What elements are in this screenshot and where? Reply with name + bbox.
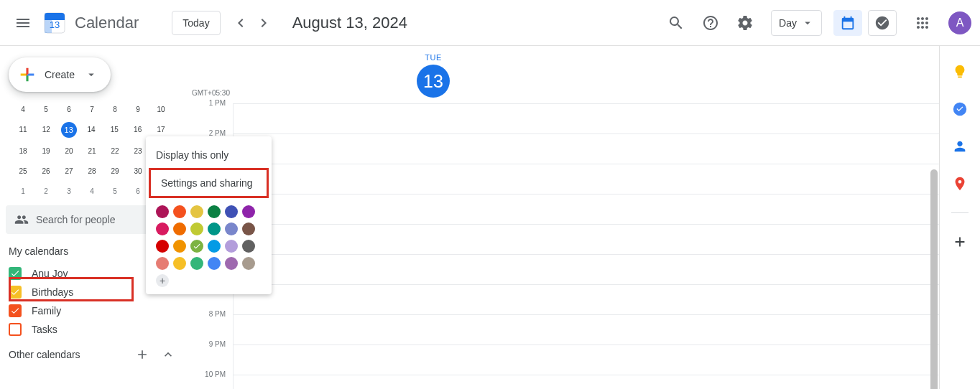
color-swatch[interactable]: [190, 240, 203, 253]
mini-cal-day[interactable]: 11: [14, 122, 32, 136]
scrollbar[interactable]: [929, 103, 939, 389]
mini-cal-day[interactable]: 6: [60, 102, 78, 116]
mini-cal-day[interactable]: 15: [106, 122, 123, 136]
mini-cal-day[interactable]: 5: [106, 184, 124, 198]
maps-button[interactable]: [951, 175, 969, 192]
mini-cal-day[interactable]: 2: [37, 184, 55, 198]
mini-cal-day[interactable]: 16: [129, 122, 147, 136]
google-apps-button[interactable]: [908, 9, 937, 37]
create-button[interactable]: Create: [9, 57, 111, 92]
mini-cal-day[interactable]: 4: [14, 102, 32, 116]
hour-row[interactable]: 1 PM: [233, 103, 939, 133]
view-selector[interactable]: Day: [771, 10, 822, 36]
mini-cal-day[interactable]: 1: [14, 184, 32, 198]
hour-row[interactable]: 10 PM: [233, 375, 939, 389]
hour-grid[interactable]: 1 PM2 PM3 PM4 PM5 PM6 PM7 PM8 PM9 PM10 P…: [233, 103, 939, 389]
hour-row[interactable]: 2 PM: [233, 133, 939, 164]
tasks-view-button[interactable]: [868, 10, 897, 36]
color-swatch[interactable]: [173, 222, 186, 235]
mini-cal-day[interactable]: 23: [129, 144, 147, 158]
hour-row[interactable]: 9 PM: [233, 345, 939, 375]
mini-cal-day[interactable]: 4: [83, 184, 101, 198]
calendar-checkbox[interactable]: [9, 286, 22, 299]
search-button[interactable]: [662, 9, 690, 37]
next-period-button[interactable]: [252, 11, 275, 34]
color-swatch[interactable]: [190, 222, 203, 235]
color-swatch[interactable]: [208, 222, 221, 235]
hour-row[interactable]: 4 PM: [233, 194, 939, 224]
main-menu-button[interactable]: [6, 6, 40, 40]
mini-cal-day[interactable]: 22: [106, 144, 124, 158]
hour-row[interactable]: 8 PM: [233, 314, 939, 345]
color-swatch[interactable]: [208, 257, 221, 270]
calendar-checkbox[interactable]: [9, 304, 22, 317]
color-swatch[interactable]: [156, 257, 169, 270]
calendar-list-item[interactable]: Tasks: [6, 320, 178, 339]
mini-cal-day[interactable]: 27: [60, 164, 78, 178]
color-swatch[interactable]: [225, 222, 238, 235]
color-swatch[interactable]: [208, 205, 221, 218]
contacts-button[interactable]: [951, 138, 969, 155]
mini-cal-day[interactable]: 28: [83, 164, 101, 178]
mini-cal-day[interactable]: 3: [60, 184, 78, 198]
account-avatar[interactable]: A: [948, 11, 971, 34]
mini-cal-day[interactable]: 12: [37, 122, 55, 136]
hour-row[interactable]: 6 PM: [233, 254, 939, 284]
color-swatch[interactable]: [190, 205, 203, 218]
calendar-list-item[interactable]: Family: [6, 301, 178, 320]
mini-cal-day[interactable]: 21: [83, 144, 101, 158]
collapse-other-calendars-button[interactable]: [161, 347, 175, 362]
mini-cal-day[interactable]: 14: [83, 122, 100, 136]
add-custom-color-button[interactable]: +: [156, 274, 169, 287]
color-swatch[interactable]: [225, 257, 238, 270]
mini-cal-day[interactable]: 18: [14, 144, 32, 158]
color-swatch[interactable]: [242, 222, 255, 235]
scrollbar-thumb[interactable]: [930, 169, 938, 389]
color-swatch[interactable]: [190, 257, 203, 270]
settings-button[interactable]: [731, 9, 759, 37]
color-swatch[interactable]: [173, 257, 186, 270]
mini-cal-day[interactable]: 10: [152, 102, 170, 116]
add-calendar-button[interactable]: [135, 347, 149, 362]
mini-cal-day[interactable]: 9: [129, 102, 147, 116]
mini-cal-day[interactable]: 26: [37, 164, 55, 178]
display-only-option[interactable]: Display this only: [146, 142, 272, 168]
color-swatch[interactable]: [242, 257, 255, 270]
color-swatch[interactable]: [242, 205, 255, 218]
calendar-checkbox[interactable]: [9, 323, 22, 336]
mini-cal-day[interactable]: 20: [60, 144, 78, 158]
calendar-view-button[interactable]: [833, 10, 862, 36]
mini-cal-day[interactable]: 7: [83, 102, 101, 116]
prev-period-button[interactable]: [229, 11, 252, 34]
mini-cal-day[interactable]: 30: [129, 164, 147, 178]
mini-cal-day[interactable]: 25: [14, 164, 32, 178]
color-swatch[interactable]: [173, 205, 186, 218]
color-swatch[interactable]: [173, 240, 186, 253]
today-button[interactable]: Today: [172, 11, 220, 35]
settings-sharing-option[interactable]: Settings and sharing: [149, 168, 269, 198]
color-swatch[interactable]: [225, 205, 238, 218]
hour-row[interactable]: 3 PM: [233, 164, 939, 194]
mini-cal-day[interactable]: 5: [37, 102, 55, 116]
color-swatch[interactable]: [156, 240, 169, 253]
color-swatch[interactable]: [242, 240, 255, 253]
current-date-title[interactable]: August 13, 2024: [292, 14, 662, 32]
calendar-checkbox[interactable]: [9, 267, 22, 280]
color-swatch[interactable]: [225, 240, 238, 253]
mini-cal-day[interactable]: 17: [152, 122, 170, 136]
mini-cal-day[interactable]: 19: [37, 144, 55, 158]
tasks-button[interactable]: [951, 100, 969, 118]
mini-cal-day[interactable]: 13: [61, 122, 77, 138]
color-swatch[interactable]: [156, 205, 169, 218]
support-button[interactable]: [696, 9, 725, 37]
mini-cal-day[interactable]: 29: [106, 164, 124, 178]
day-header[interactable]: TUE 13: [417, 53, 450, 98]
mini-cal-day[interactable]: 8: [106, 102, 124, 116]
get-addons-button[interactable]: [951, 233, 969, 250]
keep-button[interactable]: [951, 63, 969, 80]
hour-row[interactable]: 7 PM: [233, 284, 939, 314]
hour-row[interactable]: 5 PM: [233, 224, 939, 254]
mini-cal-day[interactable]: 6: [129, 184, 147, 198]
color-swatch[interactable]: [208, 240, 221, 253]
color-swatch[interactable]: [156, 222, 169, 235]
